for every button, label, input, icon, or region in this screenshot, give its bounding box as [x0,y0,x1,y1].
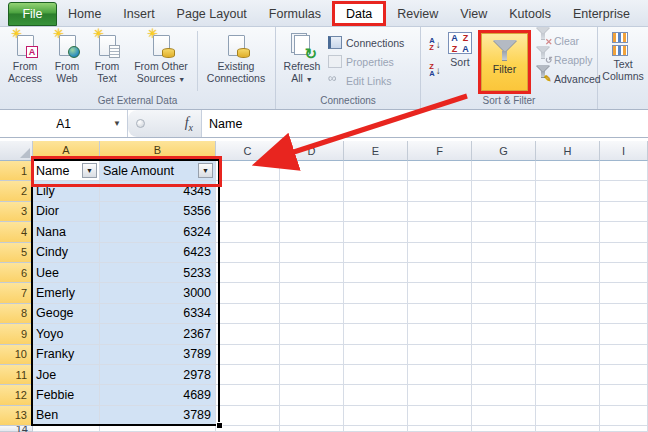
name-cell[interactable]: Lily [33,181,100,201]
row-header[interactable]: 13 [0,406,33,426]
filter-button[interactable]: Filter [481,33,528,91]
formula-input[interactable]: Name [202,110,648,137]
name-box-dropdown-icon[interactable]: ▼ [113,119,127,128]
cell-b1[interactable]: Sale Amount ▼ [100,161,216,181]
formula-value: Name [209,117,242,131]
fill-handle[interactable] [216,422,223,429]
table-row: 4Nana6324 [0,222,648,242]
tab-page-layout[interactable]: Page Layout [166,2,258,26]
connections-icon [328,36,342,49]
column-header-f[interactable]: F [408,141,472,161]
from-web-button[interactable]: ✳ From Web [47,29,87,93]
text-to-columns-button[interactable]: Text Columns [601,29,645,93]
name-cell[interactable]: Yoyo [33,324,100,344]
column-header-h[interactable]: H [536,141,600,161]
column-header-e[interactable]: E [344,141,408,161]
amount-cell[interactable]: 3000 [100,283,216,303]
amount-cell[interactable]: 4345 [100,181,216,201]
filter-dropdown-sale-amount[interactable]: ▼ [198,163,213,178]
group-get-external-data: ✳A From Access ✳ From Web ✳ From Text ✳ … [0,27,276,109]
from-access-button[interactable]: ✳A From Access [3,29,47,93]
row-header[interactable]: 5 [0,243,33,263]
name-box[interactable]: A1 ▼ [0,110,128,137]
column-header-g[interactable]: G [472,141,536,161]
tab-home[interactable]: Home [57,2,112,26]
name-cell[interactable]: Febbie [33,385,100,405]
sort-za-button[interactable]: ZA↓ [424,59,446,81]
name-cell[interactable]: Franky [33,345,100,365]
column-header-i[interactable]: I [600,141,648,161]
formula-bar-controls: fx [128,110,202,137]
sort-button[interactable]: AZZA Sort [446,29,474,93]
cell-a1[interactable]: Name ▼ [33,161,100,181]
amount-cell[interactable]: 4689 [100,385,216,405]
advanced-filter-button[interactable]: ✎ Advanced [533,69,604,88]
amount-cell[interactable]: 6423 [100,243,216,263]
row-header[interactable]: 8 [0,304,33,324]
column-header-c[interactable]: C [216,141,280,161]
tab-data[interactable]: Data [332,1,386,26]
refresh-all-button[interactable]: ↻ Refresh All ▼ [279,29,325,93]
row-header[interactable]: 7 [0,283,33,303]
from-text-button[interactable]: ✳ From Text [87,29,127,93]
connections-button[interactable]: Connections [325,33,407,52]
sort-az-button[interactable]: AZ↓ [424,33,446,55]
amount-cell[interactable]: 3789 [100,345,216,365]
name-cell[interactable]: Joe [33,365,100,385]
amount-cell[interactable]: 5233 [100,263,216,283]
row-header[interactable]: 14 [0,426,33,432]
existing-connections-button[interactable]: Existing Connections [200,29,272,93]
name-cell[interactable]: Geoge [33,304,100,324]
edit-links-button[interactable]: Edit Links [325,71,407,90]
row-header[interactable]: 1 [0,161,33,181]
collapse-dot-icon[interactable] [136,119,145,128]
name-cell[interactable]: Dior [33,202,100,222]
select-all-corner[interactable] [0,141,33,161]
table-row: 12Febbie4689 [0,385,648,405]
from-text-icon: ✳ [95,32,119,58]
tab-kutools[interactable]: Kutools [498,2,562,26]
amount-cell[interactable]: 6334 [100,304,216,324]
amount-cell[interactable]: 3789 [100,406,216,426]
filter-dropdown-name[interactable]: ▼ [82,163,97,178]
name-cell[interactable]: Emerly [33,283,100,303]
from-web-icon: ✳ [55,32,79,58]
row-header[interactable]: 3 [0,202,33,222]
name-cell[interactable]: Ben [33,406,100,426]
table-row: 13Ben3789 [0,406,648,426]
name-box-value: A1 [0,117,113,131]
row-header[interactable]: 6 [0,263,33,283]
row-header[interactable]: 10 [0,345,33,365]
name-cell[interactable]: Cindy [33,243,100,263]
tab-enterprise[interactable]: Enterprise [562,2,641,26]
row-header[interactable]: 12 [0,385,33,405]
name-cell[interactable]: Uee [33,263,100,283]
from-other-sources-button[interactable]: ✳ From Other Sources ▼ [127,29,195,93]
amount-cell[interactable]: 2978 [100,365,216,385]
group-label-connections: Connections [276,94,420,109]
amount-cell[interactable]: 5356 [100,202,216,222]
row-header[interactable]: 2 [0,181,33,201]
dropdown-arrow-icon: ▼ [306,76,313,83]
tab-insert[interactable]: Insert [112,2,165,26]
tab-file[interactable]: File [8,2,57,26]
row-header[interactable]: 9 [0,324,33,344]
column-header-b[interactable]: B [100,141,216,161]
column-header-a[interactable]: A [33,141,100,161]
name-cell[interactable]: Nana [33,222,100,242]
row-header[interactable]: 4 [0,222,33,242]
properties-icon [328,55,342,68]
tab-formulas[interactable]: Formulas [258,2,332,26]
tab-review[interactable]: Review [386,2,449,26]
table-row: 10Franky3789 [0,345,648,365]
tab-view[interactable]: View [449,2,498,26]
properties-button[interactable]: Properties [325,52,407,71]
insert-function-icon[interactable]: fx [185,115,193,133]
from-other-sources-icon: ✳ [149,32,173,58]
table-row: 6Uee5233 [0,263,648,283]
column-header-d[interactable]: D [280,141,344,161]
row-header[interactable]: 11 [0,365,33,385]
group-label-sort-filter: Sort & Filter [421,94,597,109]
amount-cell[interactable]: 6324 [100,222,216,242]
amount-cell[interactable]: 2367 [100,324,216,344]
